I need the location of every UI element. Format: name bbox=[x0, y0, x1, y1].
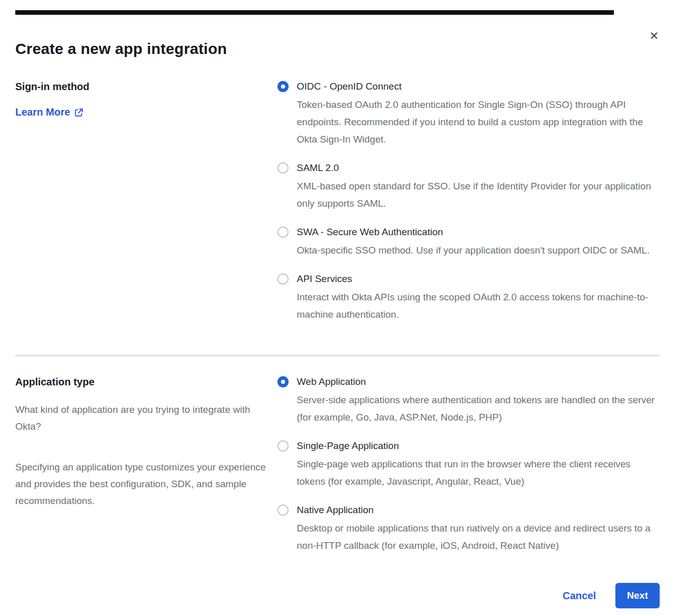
radio-option-api-services[interactable]: API Services Interact with Okta APIs usi… bbox=[277, 273, 660, 323]
option-label: Web Application bbox=[297, 376, 660, 388]
close-icon[interactable]: ✕ bbox=[646, 29, 662, 44]
option-label: Single-Page Application bbox=[297, 440, 660, 452]
radio-option-single-page-application[interactable]: Single-Page Application Single-page web … bbox=[277, 440, 660, 490]
option-label: OIDC - OpenID Connect bbox=[297, 80, 660, 93]
application-type-options: Web Application Server-side applications… bbox=[277, 376, 660, 554]
radio-button-api-services[interactable] bbox=[277, 273, 289, 285]
application-type-intro: What kind of application are you trying … bbox=[15, 401, 267, 435]
application-type-label: Application type bbox=[15, 376, 267, 388]
option-text: Single-Page Application Single-page web … bbox=[297, 440, 660, 490]
option-text: SWA - Secure Web Authentication Okta-spe… bbox=[297, 226, 660, 259]
option-description: Server-side applications where authentic… bbox=[297, 391, 660, 426]
sign-in-method-section: Sign-in method Learn More OIDC - OpenID … bbox=[15, 80, 660, 323]
radio-option-web-application[interactable]: Web Application Server-side applications… bbox=[277, 376, 660, 426]
option-label: SAML 2.0 bbox=[297, 162, 660, 174]
option-description: Desktop or mobile applications that run … bbox=[297, 520, 660, 554]
option-description: Single-page web applications that run in… bbox=[297, 456, 660, 490]
application-type-detail: Specifying an application type customize… bbox=[15, 459, 267, 509]
option-text: API Services Interact with Okta APIs usi… bbox=[297, 273, 660, 323]
option-text: Native Application Desktop or mobile app… bbox=[297, 504, 660, 554]
learn-more-label: Learn More bbox=[15, 106, 70, 118]
dialog-title: Create a new app integration bbox=[15, 10, 660, 58]
cancel-button[interactable]: Cancel bbox=[562, 590, 596, 602]
radio-button-native-application[interactable] bbox=[277, 505, 289, 516]
window-top-edge-bar bbox=[15, 10, 614, 15]
option-text: SAML 2.0 XML-based open standard for SSO… bbox=[297, 162, 660, 212]
option-label: Native Application bbox=[297, 504, 660, 516]
option-description: Interact with Okta APIs using the scoped… bbox=[297, 289, 660, 323]
option-description: Token-based OAuth 2.0 authentication for… bbox=[297, 96, 660, 148]
radio-option-swa[interactable]: SWA - Secure Web Authentication Okta-spe… bbox=[277, 226, 660, 259]
radio-button-saml[interactable] bbox=[277, 162, 289, 174]
radio-button-oidc[interactable] bbox=[277, 81, 289, 92]
option-text: OIDC - OpenID Connect Token-based OAuth … bbox=[297, 80, 660, 148]
sign-in-method-options: OIDC - OpenID Connect Token-based OAuth … bbox=[277, 80, 660, 323]
option-description: Okta-specific SSO method. Use if your ap… bbox=[297, 242, 660, 259]
external-link-icon bbox=[74, 108, 83, 117]
application-type-section: Application type What kind of applicatio… bbox=[15, 376, 660, 554]
option-text: Web Application Server-side applications… bbox=[297, 376, 660, 426]
radio-option-oidc[interactable]: OIDC - OpenID Connect Token-based OAuth … bbox=[277, 80, 660, 148]
sign-in-method-left-column: Sign-in method Learn More bbox=[15, 80, 277, 323]
application-type-left-column: Application type What kind of applicatio… bbox=[15, 376, 277, 554]
radio-button-web-application[interactable] bbox=[277, 376, 289, 387]
radio-option-saml[interactable]: SAML 2.0 XML-based open standard for SSO… bbox=[277, 162, 660, 212]
next-button[interactable]: Next bbox=[615, 583, 660, 608]
option-description: XML-based open standard for SSO. Use if … bbox=[297, 178, 660, 212]
radio-button-single-page-application[interactable] bbox=[277, 440, 289, 452]
learn-more-link[interactable]: Learn More bbox=[15, 106, 83, 118]
radio-button-swa[interactable] bbox=[277, 227, 289, 238]
create-app-integration-dialog: ✕ Create a new app integration Sign-in m… bbox=[0, 10, 678, 616]
option-label: API Services bbox=[297, 273, 660, 285]
dialog-footer: Cancel Next bbox=[15, 583, 660, 608]
section-divider bbox=[15, 355, 660, 356]
option-label: SWA - Secure Web Authentication bbox=[297, 226, 660, 238]
radio-option-native-application[interactable]: Native Application Desktop or mobile app… bbox=[277, 504, 660, 554]
sign-in-method-label: Sign-in method bbox=[15, 80, 267, 93]
